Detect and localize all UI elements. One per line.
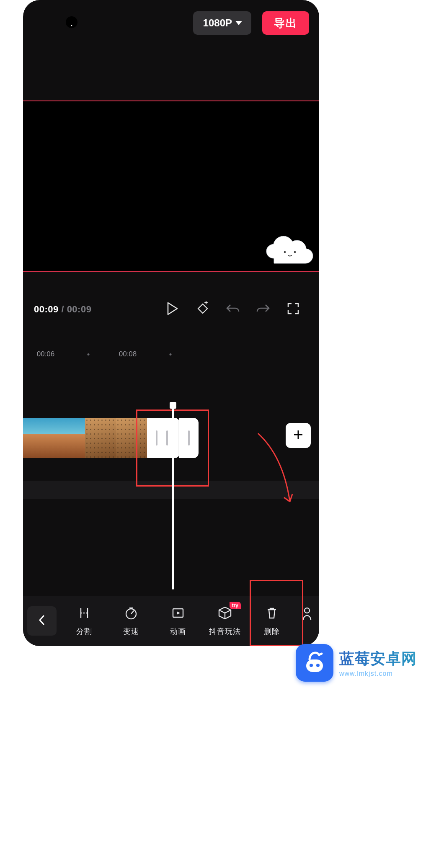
add-clip-button[interactable] (286, 423, 311, 448)
help-button[interactable] (62, 14, 81, 32)
tool-label: 动画 (170, 626, 186, 636)
timeline-tracks[interactable] (23, 363, 319, 585)
animation-icon (170, 605, 186, 622)
time-duration: 00:09 (67, 304, 92, 314)
try-badge: try (230, 602, 241, 609)
svg-point-8 (310, 664, 313, 667)
export-button[interactable]: 导出 (262, 11, 309, 35)
plus-icon (292, 429, 304, 442)
playhead[interactable] (172, 405, 174, 590)
split-icon (77, 605, 92, 622)
transport-bar: 00:09 / 00:09 (23, 272, 319, 347)
play-icon (166, 301, 179, 317)
toolbar-back-button[interactable] (27, 606, 57, 636)
fullscreen-icon (287, 302, 299, 317)
tool-label: 分割 (76, 626, 92, 636)
time-current: 00:09 (34, 304, 59, 314)
tool-speed[interactable]: 变速 (108, 596, 155, 646)
undo-button[interactable] (218, 298, 248, 321)
preview-canvas[interactable] (23, 100, 319, 272)
svg-rect-7 (306, 659, 323, 672)
cloud-sticker[interactable] (266, 235, 319, 265)
undo-icon (225, 302, 240, 317)
timecode: 00:09 / 00:09 (34, 304, 91, 315)
play-button[interactable] (157, 298, 188, 321)
watermark-logo-icon (296, 644, 333, 682)
tool-split[interactable]: 分割 (61, 596, 108, 646)
resolution-label: 1080P (203, 17, 232, 29)
clip-thumbnail[interactable] (85, 418, 116, 458)
bottom-toolbar: 分割 变速 动画 try (23, 596, 319, 646)
tool-label: 变速 (123, 626, 139, 636)
clip-thumbnail[interactable] (116, 418, 147, 458)
close-button[interactable] (33, 14, 52, 32)
top-bar: 1080P 导出 (23, 0, 319, 46)
keyframe-button[interactable] (188, 298, 218, 321)
chevron-down-icon (235, 21, 242, 25)
speed-icon (124, 605, 139, 622)
tool-label: 删除 (264, 626, 280, 636)
fullscreen-button[interactable] (278, 298, 308, 321)
tool-more[interactable]: - (295, 596, 319, 646)
svg-point-6 (305, 608, 310, 613)
tool-label: 抖音玩法 (209, 626, 241, 636)
help-icon (64, 15, 79, 31)
trash-icon (264, 605, 279, 622)
svg-point-9 (316, 664, 320, 667)
tool-delete[interactable]: 删除 (248, 596, 295, 646)
keyframe-add-icon (194, 300, 211, 319)
export-label: 导出 (274, 16, 297, 31)
transition-handle[interactable] (179, 418, 199, 458)
transition-handle[interactable] (144, 418, 180, 458)
resolution-select[interactable]: 1080P (193, 11, 251, 35)
timeline-ruler[interactable]: 00:06 00:08 (23, 347, 319, 363)
redo-button[interactable] (248, 298, 278, 321)
svg-point-2 (284, 251, 286, 253)
watermark: 蓝莓安卓网 www.lmkjst.com (296, 644, 417, 682)
tool-animation[interactable]: 动画 (155, 596, 201, 646)
ruler-dot (88, 353, 90, 355)
ruler-tick: 00:06 (37, 350, 55, 358)
secondary-track[interactable] (23, 481, 319, 499)
video-editor-app: 1080P 导出 00:09 / 00:09 (23, 0, 319, 646)
more-icon (302, 606, 314, 623)
close-icon (35, 15, 49, 31)
redo-icon (256, 302, 271, 317)
tool-douyin-effects[interactable]: try 抖音玩法 (201, 596, 248, 646)
watermark-url: www.lmkjst.com (339, 670, 417, 677)
ruler-dot (170, 353, 172, 355)
clip-thumbnail[interactable] (54, 418, 85, 458)
svg-point-1 (71, 25, 72, 26)
chevron-left-icon (37, 614, 46, 628)
svg-point-3 (294, 251, 296, 253)
watermark-title: 蓝莓安卓网 (339, 649, 417, 669)
clip-thumbnail[interactable] (23, 418, 54, 458)
ruler-tick: 00:08 (119, 350, 137, 358)
